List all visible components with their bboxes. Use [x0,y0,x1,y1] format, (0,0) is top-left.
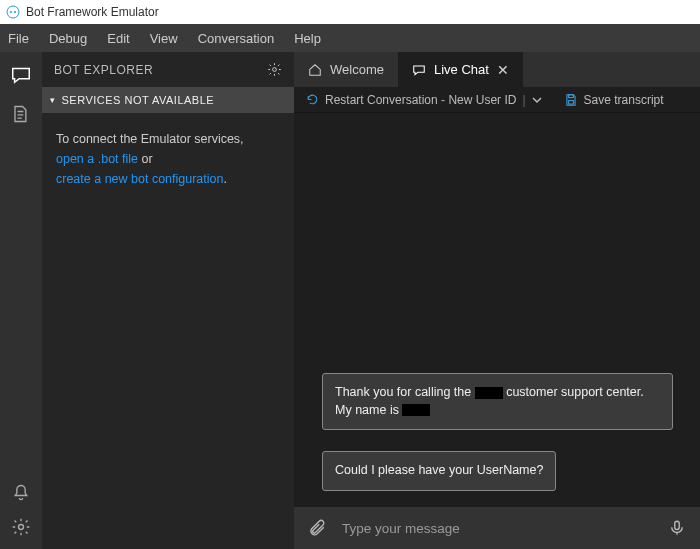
gear-icon[interactable] [11,517,31,537]
open-bot-file-link[interactable]: open a .bot file [56,152,138,166]
tab-welcome[interactable]: Welcome [294,52,398,87]
svg-point-4 [273,68,277,72]
close-icon[interactable]: ✕ [497,62,509,78]
menu-debug[interactable]: Debug [49,31,87,46]
tab-live-chat[interactable]: Live Chat ✕ [398,52,523,87]
attachment-icon[interactable] [308,519,326,537]
main-area: Welcome Live Chat ✕ Restart Conversation… [294,52,700,549]
redacted-text [475,387,503,399]
gear-icon[interactable] [267,62,282,77]
svg-rect-6 [568,100,573,104]
microphone-icon[interactable] [668,519,686,537]
side-panel: BOT EXPLORER ▾ SERVICES NOT AVAILABLE To… [42,52,294,549]
tab-welcome-label: Welcome [330,62,384,77]
bot-message-text: Thank you for calling the [335,385,475,399]
tab-live-chat-label: Live Chat [434,62,489,77]
menu-file[interactable]: File [8,31,29,46]
svg-point-0 [7,6,19,18]
menu-view[interactable]: View [150,31,178,46]
titlebar: Bot Framework Emulator [0,0,700,24]
bot-message-text: Could I please have your UserName? [335,463,543,477]
svg-point-1 [10,11,12,13]
activity-bar [0,52,42,549]
services-msg-text: To connect the Emulator services, [56,132,244,146]
chat-icon [412,63,426,77]
message-composer [294,507,700,549]
svg-point-2 [14,11,16,13]
document-icon[interactable] [10,104,30,124]
menu-conversation[interactable]: Conversation [198,31,275,46]
side-panel-title: BOT EXPLORER [54,63,153,77]
services-msg-or: or [138,152,153,166]
create-bot-config-link[interactable]: create a new bot configuration [56,172,223,186]
chevron-down-icon: ▾ [50,95,56,105]
dropdown-divider: | [522,93,525,107]
svg-rect-7 [675,521,680,529]
chat-toolbar: Restart Conversation - New User ID | Sav… [294,87,700,113]
restart-label: Restart Conversation - New User ID [325,93,516,107]
restart-icon [306,93,319,106]
services-message: To connect the Emulator services, open a… [42,113,294,205]
menu-edit[interactable]: Edit [107,31,129,46]
menu-help[interactable]: Help [294,31,321,46]
restart-conversation-button[interactable]: Restart Conversation - New User ID | [306,93,542,107]
chat-area: Thank you for calling the customer suppo… [294,113,700,507]
menubar: File Debug Edit View Conversation Help [0,24,700,52]
save-transcript-button[interactable]: Save transcript [564,93,664,107]
services-section-label: SERVICES NOT AVAILABLE [62,94,215,106]
save-icon [564,93,578,107]
bot-message: Could I please have your UserName? [322,451,556,491]
app-title: Bot Framework Emulator [26,5,159,19]
services-section-header[interactable]: ▾ SERVICES NOT AVAILABLE [42,87,294,113]
bot-message: Thank you for calling the customer suppo… [322,373,673,430]
services-msg-dot: . [223,172,226,186]
svg-rect-5 [568,94,573,97]
home-icon [308,63,322,77]
message-input[interactable] [342,521,652,536]
app-logo-icon [6,5,20,19]
chevron-down-icon[interactable] [532,95,542,105]
tab-bar: Welcome Live Chat ✕ [294,52,700,87]
bell-icon[interactable] [11,483,31,503]
save-transcript-label: Save transcript [584,93,664,107]
svg-point-3 [19,525,24,530]
chat-icon[interactable] [10,64,32,86]
redacted-text [402,404,430,416]
